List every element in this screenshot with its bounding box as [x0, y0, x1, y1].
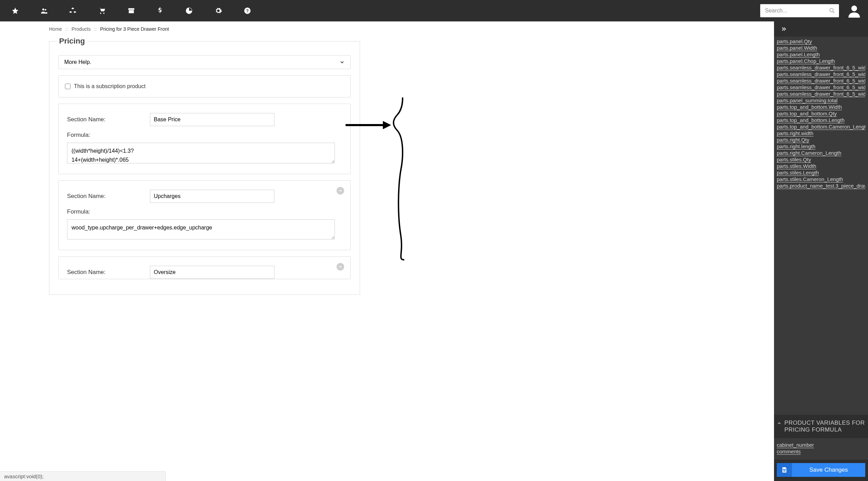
section-name-input[interactable] [150, 113, 274, 126]
chevron-up-icon [777, 421, 782, 426]
sidebar-variable-link[interactable]: parts.seamless_drawer_front_6_5_wide_. [777, 84, 865, 91]
svg-point-0 [42, 8, 44, 10]
subscription-checkbox-wrap[interactable]: This is a subscription product [65, 83, 344, 89]
svg-rect-11 [783, 470, 785, 472]
search-wrap [760, 4, 839, 17]
sidebar-variable-link[interactable]: parts.panel.Length [777, 51, 865, 58]
sidebar-variable-link[interactable]: parts.top_and_bottom.Qty [777, 110, 865, 117]
sidebar-variable-link[interactable]: parts.stiles.Cameron_Length [777, 176, 865, 182]
sidebar-variable-link[interactable]: comments [777, 448, 865, 455]
sidebar-variable-link[interactable]: parts.seamless_drawer_front_6_5_wide_. [777, 64, 865, 71]
sidebar-variable-link[interactable]: parts.stiles.Length [777, 169, 865, 176]
svg-rect-6 [339, 190, 342, 191]
pricing-section: Section Name: Formula: [58, 104, 351, 174]
sidebar-variable-link[interactable]: parts.right.Qty [777, 136, 865, 143]
sidebar-variable-link[interactable]: parts.seamless_drawer_front_6_5_wide_. [777, 71, 865, 77]
pricing-fieldset: Pricing More Help. This is a subscriptio… [49, 37, 360, 295]
cart-icon[interactable] [97, 6, 107, 16]
subscription-checkbox[interactable] [65, 84, 70, 89]
more-help-panel[interactable]: More Help. [58, 55, 351, 69]
svg-rect-7 [339, 266, 342, 267]
star-icon[interactable] [10, 6, 20, 16]
sidebar-section-title: PRODUCT VARIABLES FOR PRICING FORMULA [784, 419, 865, 433]
chevron-down-icon [339, 59, 345, 65]
sidebar-variable-link[interactable]: cabinet_number [777, 442, 865, 448]
section-name-label: Section Name: [67, 193, 150, 200]
subscription-label: This is a subscription product [74, 83, 145, 89]
section-name-label: Section Name: [67, 116, 150, 123]
sidebar-variable-link[interactable]: parts.top_and_bottom.Width [777, 104, 865, 110]
formula-textarea[interactable] [67, 219, 335, 239]
breadcrumb-current: Pricing for 3 Piece Drawer Front [100, 26, 169, 32]
sidebar-links[interactable]: parts.panel.Qtyparts.panel.Widthparts.pa… [774, 37, 868, 415]
svg-point-1 [45, 9, 46, 10]
pricing-section: Section Name: Formula: [58, 180, 351, 250]
sidebar-variable-link[interactable]: parts.right.Cameron_Length [777, 150, 865, 156]
svg-rect-10 [783, 468, 785, 469]
chevrons-right-icon [780, 26, 788, 32]
sidebar-lower-links: cabinet_numbercomments [774, 438, 868, 460]
gear-icon[interactable] [214, 6, 223, 16]
breadcrumb-home[interactable]: Home [49, 26, 62, 32]
formula-label: Formula: [67, 208, 342, 215]
section-name-input[interactable] [150, 190, 274, 203]
breadcrumb: Home :: Products :: Pricing for 3 Piece … [0, 21, 774, 37]
breadcrumb-products[interactable]: Products [72, 26, 91, 32]
save-row: Save Changes [774, 460, 868, 481]
sidebar-variable-link[interactable]: parts.panel_summing.total [777, 97, 865, 104]
more-help-label: More Help. [64, 59, 91, 65]
sidebar-variable-link[interactable]: parts.right.width [777, 130, 865, 136]
search-input[interactable] [760, 4, 839, 17]
sidebar-variable-link[interactable]: parts.panel.Qty [777, 38, 865, 45]
svg-point-5 [851, 6, 857, 11]
section-name-label: Section Name: [67, 269, 150, 276]
subscription-panel: This is a subscription product [58, 75, 351, 97]
status-bar: avascript:void(0); [0, 471, 166, 481]
help-icon[interactable]: ? [243, 6, 252, 16]
sidebar-variable-link[interactable]: parts.top_and_bottom.Cameron_Length [777, 123, 865, 130]
sidebar-variable-link[interactable]: parts.top_and_bottom.Length [777, 117, 865, 123]
breadcrumb-sep: :: [92, 26, 99, 32]
topbar: ? [0, 0, 868, 21]
sidebar-variable-link[interactable]: parts.panel.Chop_Length [777, 58, 865, 64]
sidebar-variable-link[interactable]: parts.panel.Width [777, 45, 865, 51]
remove-section-button[interactable] [337, 263, 344, 271]
save-changes-label: Save Changes [792, 463, 865, 477]
topbar-right [760, 4, 861, 18]
main-area: Home :: Products :: Pricing for 3 Piece … [0, 21, 774, 481]
formula-textarea[interactable] [67, 143, 335, 163]
sidebar-section-head[interactable]: PRODUCT VARIABLES FOR PRICING FORMULA [774, 415, 868, 438]
formula-label: Formula: [67, 132, 342, 139]
packages-icon[interactable] [68, 6, 78, 16]
sidebar-variable-link[interactable]: parts.seamless_drawer_front_6_5_wide_. [777, 91, 865, 97]
remove-section-button[interactable] [337, 187, 344, 195]
status-text: avascript:void(0); [4, 473, 44, 479]
sidebar: parts.panel.Qtyparts.panel.Widthparts.pa… [774, 21, 868, 481]
pricing-legend: Pricing [57, 37, 87, 46]
pie-chart-icon[interactable] [185, 6, 194, 16]
sidebar-variable-link[interactable]: parts.seamless_drawer_front_6_5_wide_. [777, 77, 865, 84]
sidebar-variable-link[interactable]: parts.product_name_test.3_piece_drawer [777, 182, 865, 189]
users-icon[interactable] [39, 6, 49, 16]
save-changes-button[interactable]: Save Changes [777, 463, 865, 477]
sidebar-variable-link[interactable]: parts.right.length [777, 143, 865, 150]
breadcrumb-sep: :: [63, 26, 70, 32]
pricing-section: Section Name: [58, 256, 351, 279]
avatar[interactable] [847, 4, 861, 18]
sidebar-variable-link[interactable]: parts.stiles.Qty [777, 156, 865, 163]
topbar-icons: ? [10, 6, 252, 16]
dollar-icon[interactable] [155, 6, 165, 16]
sidebar-toggle[interactable] [774, 21, 868, 37]
svg-text:?: ? [246, 8, 249, 13]
save-icon [777, 463, 792, 477]
section-name-input[interactable] [150, 266, 274, 279]
sidebar-variable-link[interactable]: parts.stiles.Width [777, 163, 865, 169]
store-icon[interactable] [126, 6, 136, 16]
